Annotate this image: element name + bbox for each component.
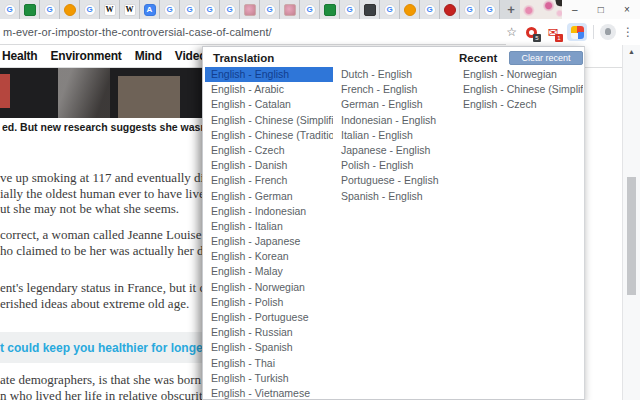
popup-title: Translation (213, 52, 274, 64)
translation-pair-item[interactable]: Indonesian - English (335, 113, 455, 128)
address-bar-url[interactable]: m-ever-or-impostor-the-controversial-cas… (3, 26, 272, 38)
translation-pair-item[interactable]: Spanish - English (335, 189, 455, 204)
translation-pair-item[interactable]: Dutch - English (335, 67, 455, 82)
translation-pair-item[interactable]: English - Danish (205, 158, 333, 173)
translation-pair-item[interactable]: English - Spanish (205, 340, 333, 355)
translation-pair-item[interactable]: English - Czech (205, 143, 333, 158)
browser-tab[interactable] (120, 0, 140, 19)
opera-extension-icon[interactable]: 5 (523, 24, 539, 40)
translation-pair-item[interactable]: English - Italian (205, 219, 333, 234)
browser-tab[interactable] (420, 0, 440, 19)
browser-tab[interactable] (280, 0, 300, 19)
mail-badge: 1 (555, 34, 563, 42)
article-line: ially the oldest human ever to have live… (0, 186, 202, 202)
recent-pair-item[interactable]: English - Norwegian (457, 67, 583, 82)
translation-pair-item[interactable]: English - Catalan (205, 97, 333, 112)
browser-tab[interactable] (20, 0, 40, 19)
translation-pair-item[interactable]: English - English (205, 67, 333, 82)
page-scrollbar[interactable]: ▲ (622, 45, 640, 400)
tab-favicon-icon (324, 4, 336, 16)
tab-favicon-icon (84, 4, 96, 16)
browser-tab[interactable] (360, 0, 380, 19)
article-line: ate demographers, is that she was born i… (0, 372, 202, 388)
translation-pair-item[interactable]: Polish - English (335, 158, 455, 173)
bookmark-star-icon[interactable]: ☆ (506, 25, 517, 39)
translation-pair-item[interactable]: English - Polish (205, 295, 333, 310)
scrollbar-thumb[interactable] (627, 177, 636, 295)
recent-pair-item[interactable]: English - Chinese (Simplified) (457, 82, 583, 97)
browser-tab[interactable] (300, 0, 320, 19)
desktop-wallpaper (520, 0, 564, 19)
tab-favicon-icon (64, 4, 76, 16)
translation-pair-item[interactable]: Italian - English (335, 128, 455, 143)
translation-pair-item[interactable]: English - Korean (205, 249, 333, 264)
browser-tab[interactable] (240, 0, 260, 19)
translation-pair-item[interactable]: French - English (335, 82, 455, 97)
browser-tab[interactable] (200, 0, 220, 19)
tab-favicon-icon (204, 4, 216, 16)
browser-tab[interactable] (400, 0, 420, 19)
browser-tab[interactable] (160, 0, 180, 19)
article-body: ve up smoking at 117 and eventually died… (0, 45, 202, 400)
window-controls: – □ × (562, 0, 640, 19)
browser-tab[interactable] (180, 0, 200, 19)
scrollbar-up-arrow-icon[interactable]: ▲ (628, 48, 635, 55)
translation-pair-item[interactable]: English - German (205, 189, 333, 204)
recent-section-title: Recent (459, 52, 497, 64)
article-line: ve up smoking at 117 and eventually died… (0, 170, 202, 186)
minimize-button[interactable]: – (572, 4, 578, 15)
browser-tab[interactable] (260, 0, 280, 19)
clear-recent-items-button[interactable]: Clear recent items (509, 51, 583, 65)
browser-tab[interactable] (40, 0, 60, 19)
tab-list (0, 0, 500, 19)
translation-pair-item[interactable]: English - Turkish (205, 371, 333, 386)
translation-pair-item[interactable]: English - Indonesian (205, 204, 333, 219)
browser-tab[interactable] (220, 0, 240, 19)
tab-favicon-icon (44, 4, 56, 16)
translation-pair-item[interactable]: English - Portuguese (205, 310, 333, 325)
translation-pair-item[interactable]: English - Norwegian (205, 280, 333, 295)
language-pairs-column-1: English - EnglishEnglish - ArabicEnglish… (205, 67, 333, 400)
browser-tab[interactable] (140, 0, 160, 19)
browser-tab[interactable] (340, 0, 360, 19)
tab-favicon-icon (24, 4, 36, 16)
translation-pair-item[interactable]: English - Japanese (205, 234, 333, 249)
tab-favicon-icon (424, 4, 436, 16)
browser-tab[interactable] (440, 0, 460, 19)
browser-tab[interactable] (80, 0, 100, 19)
translation-pair-item[interactable]: English - Chinese (Simplified) (205, 113, 333, 128)
maximize-button[interactable]: □ (598, 4, 604, 15)
close-button[interactable]: × (624, 4, 630, 15)
browser-tab[interactable] (100, 0, 120, 19)
translation-pair-item[interactable]: English - Russian (205, 325, 333, 340)
browser-tab[interactable] (380, 0, 400, 19)
new-tab-button[interactable]: + (500, 0, 522, 19)
translation-pair-item[interactable]: Japanese - English (335, 143, 455, 158)
translation-pair-item[interactable]: English - Thai (205, 356, 333, 371)
translator-extension-icon[interactable] (567, 23, 587, 41)
browser-tab[interactable] (320, 0, 340, 19)
profile-avatar[interactable] (600, 24, 616, 40)
translation-pair-item[interactable]: Portuguese - English (335, 173, 455, 188)
paragraph: ve up smoking at 117 and eventually died… (0, 170, 202, 217)
browser-tab[interactable] (480, 0, 500, 19)
tab-favicon-icon (264, 4, 276, 16)
tab-favicon-icon (344, 4, 356, 16)
translation-pair-item[interactable]: English - Arabic (205, 82, 333, 97)
translation-pair-item[interactable]: German - English (335, 97, 455, 112)
browser-tab[interactable] (0, 0, 20, 19)
browser-tab[interactable] (460, 0, 480, 19)
translation-pair-item[interactable]: English - Vietnamese (205, 386, 333, 400)
recent-pair-item[interactable]: English - Czech (457, 97, 583, 112)
browser-tab-strip: + – □ × (0, 0, 640, 19)
related-article-link[interactable]: t could keep you healthier for longer (0, 341, 202, 355)
mail-extension-icon[interactable]: ✉ 1 (545, 24, 561, 40)
translation-pair-item[interactable]: English - French (205, 173, 333, 188)
translation-pair-item[interactable]: English - Malay (205, 264, 333, 279)
translation-pair-item[interactable]: English - Chinese (Traditional) (205, 128, 333, 143)
browser-menu-icon[interactable]: ⋮ (622, 25, 634, 39)
browser-tab[interactable] (60, 0, 80, 19)
tab-favicon-icon (284, 4, 296, 16)
paragraph: ent's legendary status in France, but it… (0, 280, 202, 311)
translator-popup: Translation English - EnglishEnglish - A… (202, 46, 585, 400)
